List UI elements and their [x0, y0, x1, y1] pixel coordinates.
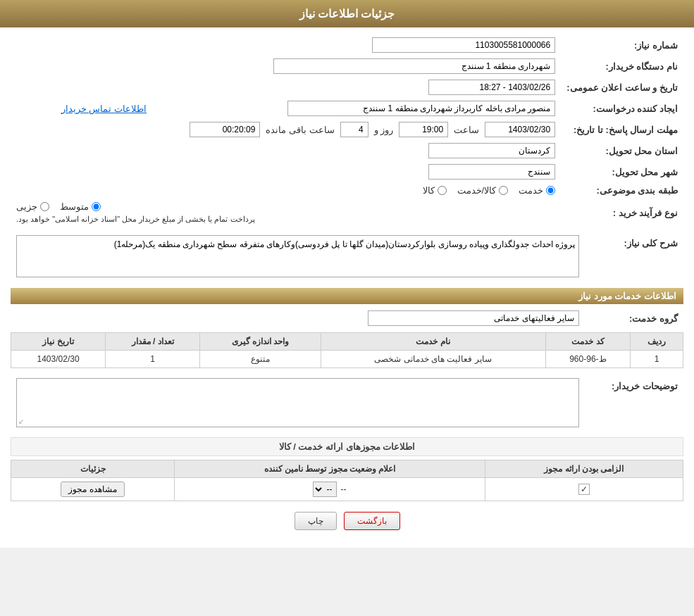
province-label: استان محل تحویل:: [561, 140, 683, 161]
province-input[interactable]: [428, 143, 555, 158]
category-label-service: خدمت: [519, 185, 543, 196]
requester-input[interactable]: [287, 101, 555, 116]
row-city: شهر محل تحویل:: [11, 161, 683, 182]
remaining-input[interactable]: [190, 122, 260, 137]
contact-link[interactable]: اطلاعات تماس خریدار: [61, 103, 147, 114]
need-number-label: شماره نیاز:: [561, 34, 683, 56]
purchase-type-medium: متوسط: [60, 201, 101, 212]
licenses-header: اطلاعات مجوزهای ارائه خدمت / کالا: [11, 437, 683, 456]
col-date: تاریخ نیاز: [11, 333, 106, 351]
time-label: ساعت: [454, 125, 479, 135]
licenses-section: اطلاعات مجوزهای ارائه خدمت / کالا الزامی…: [11, 437, 683, 501]
category-label: طبقه بندی موضوعی:: [561, 182, 683, 199]
purchase-type-radio-full[interactable]: [40, 202, 49, 211]
purchase-type-label-full: جزیی: [16, 201, 37, 212]
requester-label: ایجاد کننده درخواست:: [561, 98, 683, 119]
need-number-input[interactable]: [372, 37, 555, 53]
contact-link-cell: اطلاعات تماس خریدار: [11, 98, 152, 119]
purchase-type-full: جزیی: [16, 201, 49, 212]
category-option-service: خدمت: [519, 185, 555, 196]
need-desc-container: شرح کلی نیاز:: [11, 232, 683, 282]
deadline-date-input[interactable]: [485, 122, 555, 137]
category-radio-group: خدمت کالا/خدمت کالا: [16, 185, 555, 196]
purchase-type-label-medium: متوسط: [60, 201, 89, 212]
buyer-notes-container: توضیحات خریدار: ↙: [11, 375, 683, 430]
row-service-group: گروه خدمت:: [11, 308, 683, 329]
category-option-goods: کالا: [423, 185, 447, 196]
buyer-org-input[interactable]: [273, 58, 555, 74]
page-header: جزئیات اطلاعات نیاز: [0, 0, 694, 27]
col-code: کد خدمت: [545, 333, 631, 351]
row-need-number: شماره نیاز:: [11, 34, 683, 56]
row-buyer-org: نام دستگاه خریدار:: [11, 56, 683, 77]
services-section-title: اطلاعات خدمات مورد نیاز: [11, 288, 683, 304]
col-name: نام خدمت: [321, 333, 545, 351]
deadline-label: مهلت ارسال پاسخ: تا تاریخ:: [561, 119, 683, 140]
info-table: شماره نیاز: نام دستگاه خریدار: تاریخ و س…: [11, 34, 683, 227]
footer-buttons: بازگشت چاپ: [11, 501, 683, 541]
purchase-type-note: پرداخت تمام یا بخشی از مبلغ خریدار محل "…: [16, 215, 255, 224]
city-label: شهر محل تحویل:: [561, 161, 683, 182]
deadline-row: ساعت روز و ساعت باقی مانده: [16, 122, 555, 137]
row-announcement: تاریخ و ساعت اعلان عمومی:: [11, 77, 683, 98]
view-license-button[interactable]: مشاهده مجوز: [61, 482, 124, 497]
need-number-value: [175, 34, 561, 56]
category-label-goods-service: کالا/خدمت: [457, 185, 497, 196]
service-group-label: گروه خدمت:: [585, 308, 683, 329]
buyer-notes-label: توضیحات خریدار:: [585, 375, 683, 430]
need-desc-textarea[interactable]: [16, 235, 579, 277]
row-buyer-notes: توضیحات خریدار: ↙: [11, 375, 683, 430]
purchase-type-radio-medium[interactable]: [92, 202, 101, 211]
category-radio-goods[interactable]: [438, 186, 447, 195]
buyer-org-label: نام دستگاه خریدار:: [561, 56, 683, 77]
license-status-select[interactable]: --: [313, 482, 337, 497]
services-table: ردیف کد خدمت نام خدمت واحد اندازه گیری ت…: [11, 332, 683, 368]
need-desc-label: شرح کلی نیاز:: [585, 232, 683, 282]
row-province: استان محل تحویل:: [11, 140, 683, 161]
resize-icon: ↙: [18, 417, 24, 425]
col-row: ردیف: [631, 333, 683, 351]
row-need-desc: شرح کلی نیاز:: [11, 232, 683, 282]
col-qty: تعداد / مقدار: [106, 333, 200, 351]
category-radio-goods-service[interactable]: [499, 186, 508, 195]
buyer-notes-box: ↙: [16, 378, 579, 427]
announcement-input[interactable]: [428, 80, 555, 95]
lic-col-details: جزئیات: [11, 460, 175, 478]
service-group-input[interactable]: [368, 310, 579, 326]
table-row: ✓ -- -- مشاهده مجوز: [11, 478, 683, 501]
lic-col-status: اعلام وضعیت مجوز توسط نامین کننده: [175, 460, 485, 478]
category-radio-service[interactable]: [546, 186, 555, 195]
purchase-type-radio-group: متوسط جزیی: [16, 201, 101, 212]
remaining-label: ساعت باقی مانده: [266, 125, 334, 135]
row-category: طبقه بندی موضوعی: خدمت کالا/خدمت: [11, 182, 683, 199]
category-label-goods: کالا: [423, 185, 435, 196]
days-label: روز و: [374, 125, 394, 135]
page-wrapper: جزئیات اطلاعات نیاز شماره نیاز: نام دستگ…: [0, 0, 694, 548]
page-title: جزئیات اطلاعات نیاز: [299, 8, 395, 20]
buyer-org-value: [11, 56, 561, 77]
print-button[interactable]: چاپ: [295, 512, 337, 530]
table-row: 1 ط-96-960 سایر فعالیت های خدماتی شخصی م…: [11, 351, 683, 368]
purchase-type-label: نوع فرآیند خرید :: [561, 199, 683, 227]
col-unit: واحد اندازه گیری: [200, 333, 321, 351]
announcement-value: [175, 77, 561, 98]
announcement-label: تاریخ و ساعت اعلان عمومی:: [561, 77, 683, 98]
row-deadline: مهلت ارسال پاسخ: تا تاریخ: ساعت روز و سا…: [11, 119, 683, 140]
row-purchase-type: نوع فرآیند خرید : متوسط جزیی: [11, 199, 683, 227]
deadline-time-input[interactable]: [399, 122, 448, 137]
category-option-goods-service: کالا/خدمت: [457, 185, 509, 196]
lic-col-required: الزامی بودن ارائه مجوز: [485, 460, 683, 478]
main-content: شماره نیاز: نام دستگاه خریدار: تاریخ و س…: [0, 27, 694, 548]
requester-value: [152, 98, 561, 119]
city-input[interactable]: [428, 164, 555, 180]
row-requester: ایجاد کننده درخواست: اطلاعات تماس خریدار: [11, 98, 683, 119]
licenses-table: الزامی بودن ارائه مجوز اعلام وضعیت مجوز …: [11, 460, 683, 501]
back-button[interactable]: بازگشت: [344, 512, 400, 530]
days-input[interactable]: [340, 122, 368, 137]
